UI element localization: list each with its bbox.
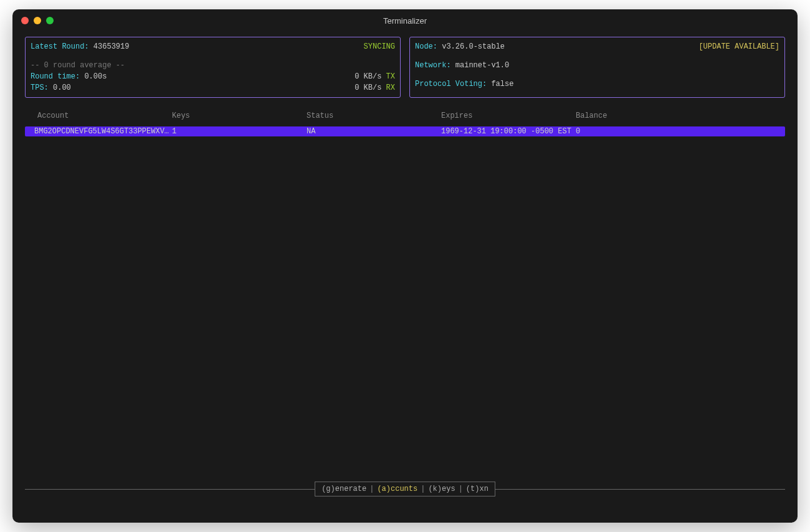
round-time-label: Round time:: [31, 72, 80, 81]
update-badge: [UPDATE AVAILABLE]: [698, 41, 779, 52]
footer-line-right: [495, 489, 785, 490]
window-title: Terminalizer: [383, 16, 427, 26]
round-average: -- 0 round average --: [31, 60, 395, 71]
header-keys: Keys: [172, 112, 307, 120]
footer-actions: (g)enerate | (a)ccunts | (k)eys | (t)xn: [315, 482, 495, 496]
separator: |: [369, 485, 374, 493]
action-generate[interactable]: (g)enerate: [322, 485, 366, 493]
tps-label: TPS:: [31, 83, 49, 92]
action-txn[interactable]: (t)xn: [466, 485, 488, 493]
separator: |: [459, 485, 463, 493]
node-label: Node:: [415, 42, 437, 51]
cell-balance: 0: [576, 127, 710, 136]
cell-status: NA: [307, 127, 441, 136]
traffic-lights: [21, 17, 54, 24]
rx-label: RX: [386, 83, 395, 92]
latest-round-label: Latest Round:: [31, 42, 89, 51]
close-icon[interactable]: [21, 17, 29, 24]
network-label: Network:: [415, 61, 451, 70]
terminal-content: Latest Round: 43653919 SYNCING -- 0 roun…: [12, 32, 798, 523]
rx-rate: 0 KB/s: [355, 83, 381, 92]
separator: |: [421, 485, 425, 493]
action-accounts[interactable]: (a)ccunts: [377, 485, 417, 493]
status-panel: Latest Round: 43653919 SYNCING -- 0 roun…: [25, 37, 401, 98]
tx-rate: 0 KB/s: [355, 72, 381, 81]
header-account: Account: [37, 112, 172, 120]
maximize-icon[interactable]: [46, 17, 54, 24]
protocol-value: false: [491, 80, 513, 88]
node-value: v3.26.0-stable: [442, 42, 505, 51]
minimize-icon[interactable]: [34, 17, 41, 24]
round-time-value: 0.00s: [84, 72, 107, 81]
action-keys[interactable]: (k)eys: [428, 485, 455, 493]
latest-round-value: 43653919: [93, 42, 130, 51]
cell-keys: 1: [172, 127, 307, 136]
titlebar: Terminalizer: [12, 9, 798, 32]
footer-line-left: [25, 489, 315, 490]
protocol-label: Protocol Voting:: [415, 80, 487, 88]
terminal-window: Terminalizer Latest Round: 43653919 SYNC…: [12, 9, 798, 523]
header-balance: Balance: [576, 112, 710, 120]
table-header: Account Keys Status Expires Balance: [25, 112, 785, 120]
cell-expires: 1969-12-31 19:00:00 -0500 EST: [441, 127, 576, 136]
tps-value: 0.00: [53, 83, 71, 92]
cell-account: BMG2OPCDNEVFG5LW4S6GT33PPEWXVJD7X…: [34, 127, 172, 136]
header-expires: Expires: [441, 112, 576, 120]
header-status: Status: [307, 112, 441, 120]
node-panel: Node: v3.26.0-stable [UPDATE AVAILABLE] …: [409, 37, 785, 98]
tx-label: TX: [386, 72, 395, 81]
footer-bar: (g)enerate | (a)ccunts | (k)eys | (t)xn: [25, 482, 785, 496]
table-row[interactable]: BMG2OPCDNEVFG5LW4S6GT33PPEWXVJD7X… 1 NA …: [25, 126, 785, 136]
network-value: mainnet-v1.0: [455, 61, 509, 70]
sync-status: SYNCING: [364, 41, 395, 52]
